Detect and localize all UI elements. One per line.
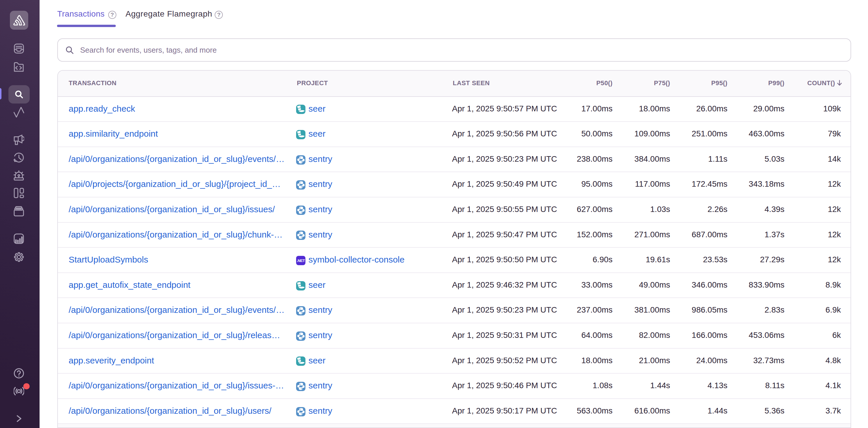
svg-text:.NET: .NET [297, 259, 305, 263]
